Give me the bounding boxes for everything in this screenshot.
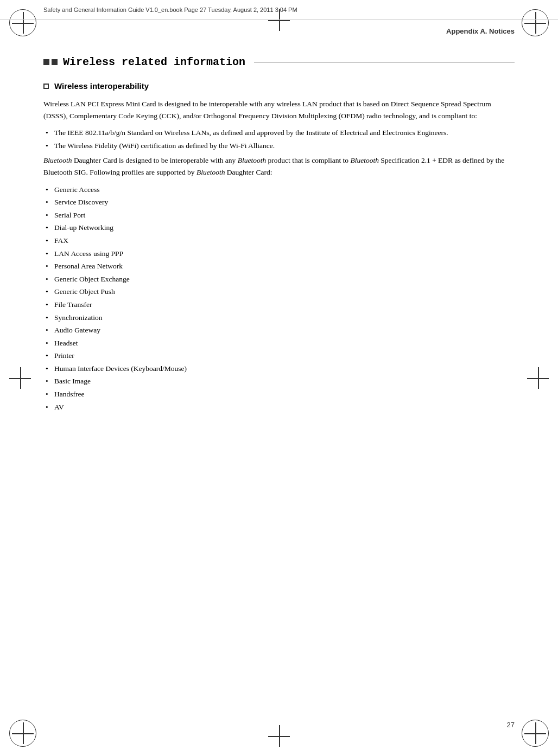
bluetooth-italic-3: Bluetooth	[350, 156, 379, 164]
paragraph2-text2: product that is compliant to	[266, 156, 350, 164]
list-item: AV	[43, 401, 515, 413]
header-bar: Safety and General Information Guide V1.…	[0, 0, 558, 20]
list-item: LAN Access using PPP	[43, 248, 515, 260]
list-item: Personal Area Network	[43, 260, 515, 272]
list-item: Synchronization	[43, 312, 515, 324]
list-item: The IEEE 802.11a/b/g/n Standard on Wirel…	[43, 127, 515, 139]
subsection-title: Wireless interoperability	[54, 81, 149, 91]
crosshair-bl	[12, 722, 34, 744]
paragraph2-text1: Daughter Card is designed to be interope…	[72, 156, 238, 164]
subsection-heading: Wireless interoperability	[43, 81, 515, 91]
header-text: Safety and General Information Guide V1.…	[43, 7, 297, 13]
list-item: Printer	[43, 350, 515, 362]
paragraph2-text4: Daughter Card:	[225, 168, 272, 176]
crosshair-bottom-center	[268, 725, 290, 747]
heading-square-1	[43, 59, 49, 65]
list-item: Audio Gateway	[43, 324, 515, 336]
crosshair-br	[524, 722, 546, 744]
bluetooth-italic-1: Bluetooth	[43, 156, 72, 164]
list-item: Headset	[43, 337, 515, 349]
list-item: Generic Object Exchange	[43, 273, 515, 285]
profiles-list: Generic AccessService DiscoverySerial Po…	[43, 184, 515, 413]
heading-squares	[43, 59, 58, 65]
section-heading-wrapper: Wireless related information	[43, 56, 515, 68]
list-item: The Wireless Fidelity (WiFi) certificati…	[43, 140, 515, 152]
list-item: File Transfer	[43, 299, 515, 311]
list-item: Human Interface Devices (Keyboard/Mouse)	[43, 363, 515, 375]
heading-square-2	[52, 59, 58, 65]
page-container: Safety and General Information Guide V1.…	[0, 0, 558, 756]
paragraph-2: Bluetooth Daughter Card is designed to b…	[43, 155, 515, 178]
section-title: Wireless related information	[63, 56, 245, 68]
paragraph-1: Wireless LAN PCI Express Mini Card is de…	[43, 98, 515, 121]
bluetooth-italic-2: Bluetooth	[238, 156, 267, 164]
list-item: FAX	[43, 235, 515, 247]
crosshair-left-center	[9, 367, 31, 389]
list-item: Serial Port	[43, 209, 515, 221]
list-item: Dial-up Networking	[43, 222, 515, 234]
list-item: Generic Object Push	[43, 286, 515, 298]
list-item: Service Discovery	[43, 196, 515, 208]
crosshair-right-center	[527, 367, 549, 389]
appendix-heading: Appendix A. Notices	[43, 27, 515, 40]
bluetooth-italic-4: Bluetooth	[196, 168, 225, 176]
list-item: Handsfree	[43, 388, 515, 400]
list-item: Generic Access	[43, 184, 515, 196]
list-item: Basic Image	[43, 375, 515, 387]
main-content: Appendix A. Notices Wireless related inf…	[43, 27, 515, 713]
bullet-list-1: The IEEE 802.11a/b/g/n Standard on Wirel…	[43, 127, 515, 151]
subsection-square	[43, 84, 49, 89]
heading-line	[254, 62, 515, 63]
page-number: 27	[507, 721, 515, 729]
